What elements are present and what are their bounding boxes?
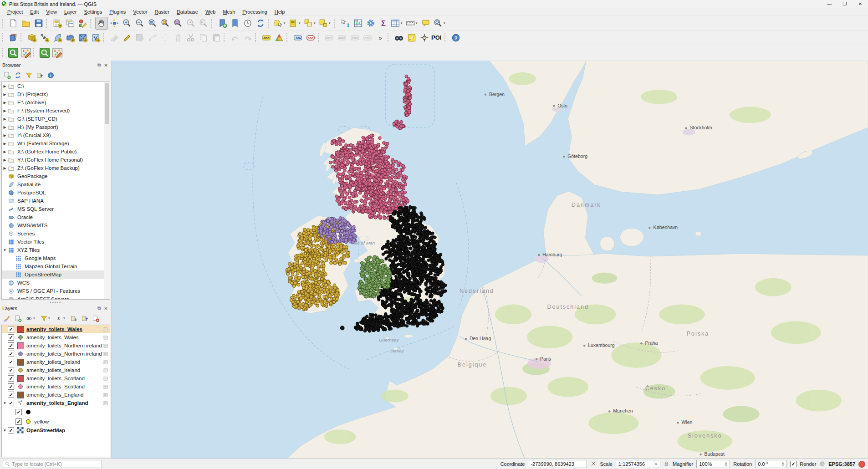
close-button[interactable]: ✕	[853, 0, 868, 8]
collapse-all-layers-button[interactable]	[81, 315, 89, 322]
browser-item-e-archive[interactable]: ▶E:\ (Archive)	[2, 98, 104, 107]
browser-item-d-projects[interactable]: ▶D:\ (Projects)	[2, 90, 104, 98]
refresh-browser-button[interactable]	[14, 71, 22, 79]
browser-item-c[interactable]: ▶C:\	[2, 82, 104, 90]
expand-all-button[interactable]	[70, 315, 78, 322]
new-spatial-bookmark-button[interactable]	[216, 17, 229, 30]
layer-row-amenity-toilets-ireland[interactable]: ✓amenity_toilets_Ireland	[2, 366, 110, 374]
expander-icon[interactable]: ▼	[2, 428, 8, 433]
properties-info-button[interactable]: i	[47, 71, 55, 79]
filter-by-expression-button[interactable]: ε▾	[55, 315, 67, 322]
browser-item-spatialite[interactable]: SpatiaLite	[2, 180, 104, 189]
lock-scale-icon[interactable]	[664, 461, 669, 468]
menu-processing[interactable]: Processing	[239, 9, 271, 15]
layer-visibility-checkbox[interactable]: ✓	[8, 342, 14, 349]
layer-styling-button[interactable]	[273, 31, 286, 44]
show-map-tips-button[interactable]	[420, 17, 433, 30]
browser-item-y-goflex-home-personal[interactable]: ▶Y:\ (GoFlex Home Personal)	[2, 156, 104, 164]
browser-item-z-goflex-home-backup[interactable]: ▶Z:\ (GoFlex Home Backup)	[2, 164, 104, 172]
current-edits-button[interactable]	[108, 31, 121, 44]
filter-browser-button[interactable]	[25, 71, 33, 79]
browser-item-sap-hana[interactable]: SAP HANA	[2, 197, 104, 205]
open-project-button[interactable]	[20, 17, 32, 30]
menu-mesh[interactable]: Mesh	[219, 9, 239, 15]
digitize-tool-button[interactable]	[146, 31, 159, 44]
toolbar-overflow-button[interactable]: »	[374, 31, 387, 44]
move-label-button[interactable]: abc	[348, 31, 361, 44]
statistical-summary-button[interactable]	[352, 17, 364, 30]
render-checkbox[interactable]: ✓	[790, 461, 797, 467]
browser-item-scenes[interactable]: Scenes	[2, 229, 104, 238]
toggle-extents-icon[interactable]	[590, 460, 597, 468]
layer-visibility-checkbox[interactable]: ✓	[8, 359, 14, 365]
layer-visibility-checkbox[interactable]: ✓	[8, 326, 14, 332]
select-features-dropdown[interactable]: ▾	[284, 21, 287, 25]
layer-visibility-checkbox[interactable]: ✓	[8, 400, 14, 406]
pan-to-selection-button[interactable]	[108, 17, 121, 30]
style-manager-button[interactable]	[77, 17, 89, 30]
measure-line-button[interactable]: ▾	[405, 17, 420, 30]
help-contents-button[interactable]: ?	[449, 31, 462, 44]
delete-selected-button[interactable]	[172, 31, 184, 44]
expander-icon[interactable]: ▼	[2, 401, 8, 405]
layer-labeling-options-button[interactable]: abc	[260, 31, 273, 44]
browser-item-g-setup-cd[interactable]: ▶G:\ (SETUP_CD)	[2, 115, 104, 123]
new-virtual-layer-button[interactable]	[89, 31, 102, 44]
browser-close-icon[interactable]: ✕	[102, 62, 109, 68]
layer-row-amenity-toilets-scotland[interactable]: ✓amenity_toilets_Scotland	[2, 382, 110, 391]
menu-vector[interactable]: Vector	[129, 9, 151, 15]
new-mesh-layer-button[interactable]	[64, 31, 77, 44]
open-layer-styling-button[interactable]	[3, 315, 11, 322]
browser-item-wms-wmts[interactable]: WMS/WMTS	[2, 221, 104, 229]
expander-icon[interactable]: ▶	[2, 133, 8, 138]
browser-item-w-external-storage[interactable]: ▶W:\ (External Storage)	[2, 139, 104, 148]
osm-place-search-edit-button[interactable]	[20, 46, 32, 59]
map-canvas[interactable]: Isle of ManGuernseyJerseyBergenOsloStock…	[112, 61, 868, 459]
cut-features-button[interactable]	[184, 31, 197, 44]
save-project-button[interactable]	[32, 17, 45, 30]
browser-item-vector-tiles[interactable]: Vector Tiles	[2, 238, 104, 246]
select-by-form-button[interactable]: ▾	[288, 17, 303, 30]
layers-float-icon[interactable]: ⧉	[96, 305, 102, 311]
layer-row-amenity-toilets-scotland[interactable]: ✓amenity_toilets_Scotland	[2, 374, 110, 382]
add-selected-layers-button[interactable]	[3, 71, 11, 79]
browser-scrollbar-thumb[interactable]	[105, 83, 109, 124]
expander-icon[interactable]: ▼	[2, 248, 8, 252]
remove-layer-button[interactable]	[92, 315, 100, 322]
rotation-spinbox[interactable]: 0.0 °▲▼	[755, 460, 787, 468]
layer-row-symbol[interactable]: ✓	[2, 407, 110, 417]
select-all-dropdown[interactable]: ▾	[329, 21, 332, 25]
layer-row-amenity-toilets-northern-ireland[interactable]: ✓amenity_toilets_Northern ireland	[2, 350, 110, 358]
zoom-full-extent-button[interactable]	[146, 17, 159, 30]
move-feature-button[interactable]	[159, 31, 172, 44]
filter-legend-button[interactable]: ▾	[40, 315, 52, 322]
browser-item-x-goflex-home-public[interactable]: ▶X:\ (GoFlex Home Public)	[2, 148, 104, 156]
save-layer-edits-button[interactable]	[133, 31, 146, 44]
layer-visibility-checkbox[interactable]: ✓	[15, 409, 22, 415]
annotation-tool-button[interactable]	[405, 31, 418, 44]
deselect-features-button[interactable]: ▾	[303, 17, 318, 30]
copy-features-button[interactable]	[197, 31, 210, 44]
messages-icon[interactable]	[858, 461, 865, 468]
expander-icon[interactable]: ▶	[2, 150, 8, 154]
layer-row-yellow[interactable]: ✓yellow	[2, 417, 110, 426]
manage-map-themes-button[interactable]: ▾	[25, 315, 37, 322]
search-tool-button[interactable]	[393, 31, 405, 44]
layer-row-amenity-toilets-england[interactable]: ✓amenity_toilets_England	[2, 391, 110, 399]
browser-item-postgresql[interactable]: PostgreSQL	[2, 189, 104, 197]
browser-item-ms-sql-server[interactable]: MS SQL Server	[2, 205, 104, 213]
new-gpx-layer-button[interactable]	[77, 31, 89, 44]
browser-item-i-crucial-x9[interactable]: ▶I:\ (Crucial X9)	[2, 131, 104, 139]
toggle-editing-button[interactable]	[121, 31, 133, 44]
poi-tool-button[interactable]	[418, 31, 431, 44]
layer-visibility-checkbox[interactable]: ✓	[8, 351, 14, 357]
menu-help[interactable]: Help	[271, 9, 289, 15]
menu-settings[interactable]: Settings	[80, 9, 106, 15]
browser-float-icon[interactable]: ⧉	[96, 62, 102, 68]
zoom-last-button[interactable]	[184, 17, 197, 30]
select-features-button[interactable]: ▾	[273, 17, 288, 30]
show-spatial-bookmarks-button[interactable]	[229, 17, 241, 30]
data-source-manager-button[interactable]	[7, 31, 20, 44]
expander-icon[interactable]: ▶	[2, 158, 8, 162]
layer-visibility-checkbox[interactable]: ✓	[8, 383, 14, 390]
